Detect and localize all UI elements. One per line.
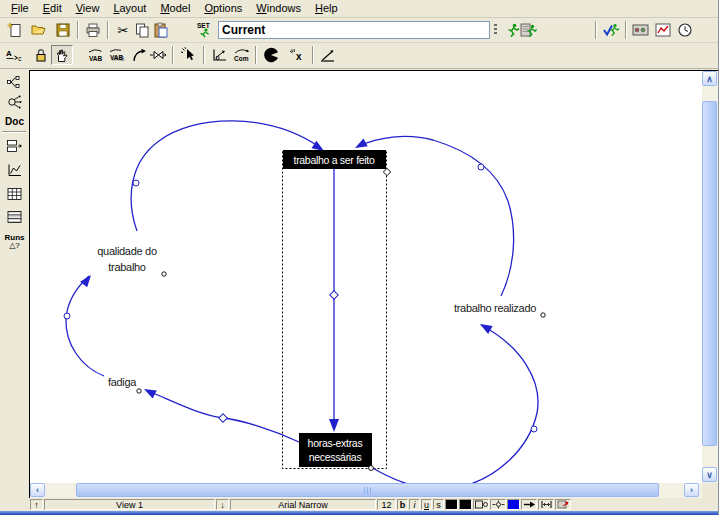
- node-handle[interactable]: [137, 389, 141, 393]
- time-axis-button[interactable]: [675, 20, 695, 40]
- document-tool[interactable]: Doc: [3, 111, 26, 131]
- causes-strip-tool[interactable]: [3, 136, 26, 156]
- horizontal-scroll-thumb[interactable]: [76, 483, 659, 497]
- scroll-up-button[interactable]: ∧: [702, 71, 717, 86]
- scroll-down-button[interactable]: ∨: [702, 467, 717, 482]
- box-color-swatch[interactable]: [459, 499, 472, 510]
- underline-button[interactable]: u: [421, 499, 432, 510]
- graph-tool[interactable]: [3, 160, 26, 180]
- toolbar-separator: [255, 46, 257, 64]
- arrow-handle[interactable]: [219, 414, 227, 422]
- arrow-handle[interactable]: [64, 313, 70, 319]
- equations-tool[interactable]: [318, 45, 338, 65]
- menu-windows[interactable]: Windows: [249, 1, 308, 16]
- variable-tool[interactable]: VAB: [86, 45, 106, 65]
- arrow-quality-to-work-to-do[interactable]: [131, 121, 321, 231]
- simulation-setup-button[interactable]: SET: [194, 20, 214, 40]
- main-toolbar: ✂ SET: [0, 18, 719, 43]
- lock-tool[interactable]: [31, 45, 51, 65]
- node-handle[interactable]: [383, 168, 390, 175]
- node-handle[interactable]: [541, 313, 545, 317]
- rate-tool[interactable]: [148, 45, 168, 65]
- paste-button[interactable]: [151, 20, 171, 40]
- text-color-swatch[interactable]: [445, 499, 458, 510]
- bring-front-button[interactable]: [555, 499, 571, 510]
- new-file-button[interactable]: [5, 20, 25, 40]
- arrow-fatigue-to-quality[interactable]: [66, 276, 104, 376]
- italic-button[interactable]: i: [409, 499, 420, 510]
- cut-button[interactable]: ✂: [113, 20, 133, 40]
- node-work-done[interactable]: trabalho realizado: [454, 302, 545, 317]
- control-panel-button[interactable]: [631, 20, 651, 40]
- causes-tree-tool[interactable]: [3, 72, 26, 92]
- menu-options[interactable]: Options: [197, 1, 249, 16]
- svg-text:c: c: [18, 55, 22, 62]
- comment-tool[interactable]: Com: [231, 45, 251, 65]
- arrow-style-button[interactable]: [521, 499, 537, 510]
- merge-tool[interactable]: [179, 45, 199, 65]
- delete-tool[interactable]: x: [287, 45, 307, 65]
- vertical-scroll-thumb[interactable]: [702, 101, 717, 446]
- menu-file[interactable]: File: [4, 1, 36, 16]
- menu-model[interactable]: Model: [153, 1, 197, 16]
- model-canvas[interactable]: trabalho a ser feito horas-extras necess…: [30, 71, 702, 483]
- menu-help[interactable]: Help: [308, 1, 345, 16]
- text-edit-tool[interactable]: A c: [4, 45, 24, 65]
- node-work-quality[interactable]: qualidade do trabalho: [97, 245, 166, 276]
- pie-pacman-icon: [263, 47, 279, 63]
- menu-view[interactable]: View: [69, 1, 107, 16]
- bold-button[interactable]: b: [397, 499, 408, 510]
- menu-layout[interactable]: Layout: [106, 1, 153, 16]
- arrow-color-swatch[interactable]: [507, 499, 520, 510]
- svg-text:SET: SET: [197, 22, 210, 29]
- toolbar-separator: [625, 21, 627, 39]
- shadow-variable-tool[interactable]: VAB VAB: [107, 45, 127, 65]
- horizontal-scrollbar[interactable]: ‹ ›: [30, 483, 702, 498]
- dataset-name-field[interactable]: [218, 21, 490, 39]
- shape-selector-button[interactable]: [473, 499, 489, 510]
- sketch-window: trabalho a ser feito horas-extras necess…: [29, 70, 719, 498]
- arrow-tool[interactable]: [129, 45, 149, 65]
- move-size-tool[interactable]: [51, 45, 73, 65]
- arrow-handle[interactable]: [133, 180, 139, 186]
- arrow-overtime-to-work-done[interactable]: [371, 325, 538, 483]
- run-batch-button[interactable]: [519, 20, 539, 40]
- node-overtime-needed[interactable]: horas-extras necessárias: [299, 433, 373, 470]
- next-view-button[interactable]: ↓: [216, 499, 229, 510]
- font-name: Arial Narrow: [278, 500, 328, 510]
- uses-tree-tool[interactable]: [3, 92, 26, 112]
- node-fatigue[interactable]: fadiga: [108, 376, 141, 393]
- arrow-handle[interactable]: [531, 426, 537, 432]
- table-time-tool[interactable]: [3, 207, 26, 227]
- graphics-tool[interactable]: [261, 45, 281, 65]
- table-tool[interactable]: [3, 184, 26, 204]
- position-button[interactable]: [490, 499, 506, 510]
- reality-check-button[interactable]: [601, 20, 621, 40]
- input-output-tool[interactable]: [210, 45, 230, 65]
- node-handle[interactable]: [162, 272, 166, 276]
- analysis-tool-column: Doc Runs △?: [0, 69, 29, 511]
- strikethrough-button[interactable]: s: [433, 499, 444, 510]
- scroll-right-button[interactable]: ›: [684, 483, 699, 497]
- arrow-width-button[interactable]: [538, 499, 554, 510]
- menu-edit[interactable]: Edit: [36, 1, 69, 16]
- vertical-scrollbar[interactable]: ∧ ∨: [702, 71, 718, 483]
- font-name-field[interactable]: Arial Narrow: [230, 499, 376, 510]
- scroll-left-button[interactable]: ‹: [30, 483, 45, 497]
- toolbar-separator: [172, 46, 174, 64]
- font-size-field[interactable]: 12: [377, 499, 396, 510]
- print-button[interactable]: [83, 20, 103, 40]
- toolbar-grip: [494, 24, 497, 36]
- node-handle[interactable]: [369, 466, 374, 471]
- output-windows-button[interactable]: [653, 20, 673, 40]
- node-work-to-do[interactable]: trabalho a ser feito: [283, 150, 391, 176]
- save-button[interactable]: [53, 20, 73, 40]
- copy-button[interactable]: [132, 20, 152, 40]
- previous-view-button[interactable]: ↑: [30, 499, 43, 510]
- arrow-handle[interactable]: [478, 164, 484, 170]
- view-name-field[interactable]: View 1: [44, 499, 215, 510]
- arrow-handle[interactable]: [330, 291, 338, 299]
- open-file-button[interactable]: [29, 20, 49, 40]
- arrowhead: [478, 320, 493, 334]
- runs-compare-tool[interactable]: Runs △?: [3, 230, 26, 254]
